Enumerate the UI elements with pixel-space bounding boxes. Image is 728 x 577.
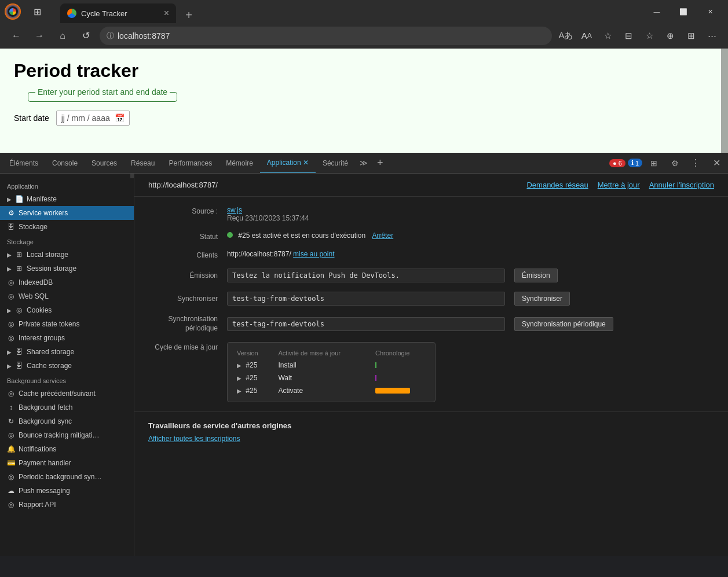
stop-link[interactable]: Arrêter [372,231,393,240]
sidebar-item-stockage[interactable]: 🗄 Stockage [0,220,134,234]
sidebar-item-shared-storage[interactable]: ▶ 🗄 Shared storage [0,345,134,359]
tab-application[interactable]: Application ✕ [260,153,316,174]
maximize-button[interactable]: ⬜ [670,0,697,23]
sidebar-item-bg-sync[interactable]: ↻ Background sync [0,414,134,428]
status-dot [227,232,233,238]
tab-close-button[interactable]: × [164,9,169,18]
sidebar-item-session-storage[interactable]: ▶ ⊞ Session storage [0,262,134,275]
refresh-button[interactable]: ↺ [76,27,95,45]
page-scrollbar[interactable] [721,49,728,153]
favorites-icon[interactable]: ☆ [640,27,659,45]
update-link[interactable]: Mettre à jour [598,181,640,189]
minimize-button[interactable]: — [643,0,670,23]
devtools-close-icon[interactable]: ✕ [707,154,726,172]
box-icon: 🗄 [7,223,15,231]
main-panel: http://localhost:8787/ Demandes réseau M… [134,174,728,556]
tab-reseau[interactable]: Réseau [124,153,162,174]
periodic-sync-button[interactable]: Synchronisation périodique [514,317,613,331]
sidebar-item-interest-groups[interactable]: ◎ Interest groups [0,331,134,345]
expand-wait[interactable]: ▶ [237,375,242,381]
tab-performances[interactable]: Performances [162,153,219,174]
cloud-icon: ☁ [7,487,15,495]
sync-input[interactable] [227,292,505,306]
th-activity: Activité de mise à jour [273,347,371,359]
source-label: Source : [148,206,218,215]
menu-button[interactable]: ⋯ [703,27,721,45]
emission-button[interactable]: Émission [514,269,558,282]
sidebar-item-manifeste[interactable]: ▶ 📄 Manifeste [0,192,134,206]
extensions-menu-icon[interactable]: ⊞ [682,27,700,45]
clients-row: Clients http://localhost:8787/ mise au p… [134,245,728,264]
tab-memoire[interactable]: Mémoire [219,153,260,174]
source-value: sw.js Reçu 23/10/2023 15:37:44 [227,206,714,222]
star-icon[interactable]: ☆ [598,27,617,45]
tab-elements[interactable]: Éléments [2,153,45,174]
notifications-label: Notifications [19,445,56,453]
sidebar-item-cache-prev[interactable]: ◎ Cache précédent/suivant [0,387,134,400]
sidebar-item-cookies[interactable]: ▶ ◎ Cookies [0,303,134,317]
extensions-icon[interactable]: ⊞ [28,2,46,21]
emission-input[interactable] [227,269,505,282]
push-label: Push messaging [19,487,70,495]
collections-icon[interactable]: ⊕ [661,27,679,45]
show-all-link[interactable]: Afficher toutes les inscriptions [148,435,714,443]
devtools-more-icon[interactable]: ⋮ [686,154,705,172]
section-stockage-title: Stockage [0,234,134,248]
sidebar-item-private-state[interactable]: ◎ Private state tokens [0,317,134,331]
sw-content: Source : sw.js Reçu 23/10/2023 15:37:44 … [134,197,728,411]
sidebar-item-rapport[interactable]: ◎ Rapport API [0,498,134,512]
sidebar-item-cache-storage[interactable]: ▶ 🗄 Cache storage [0,359,134,373]
table-row: ▶ #25 Wait [232,372,430,384]
devtools-network-icon[interactable]: ⊞ [645,154,663,172]
add-tab-button[interactable]: + [372,157,388,169]
sidebar-item-bg-fetch[interactable]: ↕ Background fetch [0,400,134,414]
date-input[interactable]: jj / mm / aaaa 📅 [56,111,130,126]
expand-arrow-manifeste: ▶ [7,196,12,203]
expand-activate[interactable]: ▶ [237,388,242,394]
sidebar-item-websql[interactable]: ◎ Web SQL [0,289,134,303]
split-view-icon[interactable]: ⊟ [619,27,638,45]
tab-sources[interactable]: Sources [85,153,124,174]
devtools-settings-icon[interactable]: ⚙ [665,154,684,172]
active-tab[interactable]: Cycle Tracker × [60,3,176,23]
periodic-sync-input[interactable] [227,317,505,331]
sidebar-item-periodic-bg[interactable]: ◎ Periodic background syn… [0,470,134,484]
sidebar-item-service-workers[interactable]: ⚙ Service workers [0,206,134,220]
forward-button[interactable]: → [30,27,49,45]
sidebar-item-indexeddb[interactable]: ◎ IndexedDB [0,275,134,289]
private-state-label: Private state tokens [19,320,79,328]
home-button[interactable]: ⌂ [53,27,72,45]
box-icon-shared: 🗄 [15,348,23,356]
emission-label: Émission [148,271,218,280]
other-origins-section: Travailleurs de service d'autres origine… [134,411,728,452]
sidebar-item-notifications[interactable]: 🔔 Notifications [0,442,134,456]
tab-securite[interactable]: Sécurité [316,153,355,174]
local-storage-label: Local storage [27,251,68,259]
expand-install[interactable]: ▶ [237,362,242,369]
sync-button[interactable]: Synchroniser [514,292,570,306]
new-tab-button[interactable]: + [181,7,197,23]
sidebar-item-payment[interactable]: 💳 Payment handler [0,456,134,470]
error-badge: ● 6 [609,159,625,167]
sidebar-item-local-storage[interactable]: ▶ ⊞ Local storage [0,248,134,262]
bg-sync-label: Background sync [19,417,72,425]
network-requests-link[interactable]: Demandes réseau [526,181,588,189]
sidebar-item-push[interactable]: ☁ Push messaging [0,484,134,498]
sidebar-item-bounce[interactable]: ◎ Bounce tracking mitigati… [0,428,134,442]
bounce-label: Bounce tracking mitigati… [19,431,99,439]
close-button[interactable]: ✕ [697,0,723,23]
start-date-label: Start date [14,113,49,123]
cache-storage-label: Cache storage [27,362,72,370]
calendar-icon[interactable]: 📅 [115,113,125,123]
tab-console[interactable]: Console [45,153,85,174]
th-timeline: Chronologie [371,347,430,359]
address-bar[interactable]: ⓘ localhost:8787 [100,27,552,45]
back-button[interactable]: ← [7,27,25,45]
clients-debug-link[interactable]: mise au point [293,250,334,258]
more-tabs-button[interactable]: ≫ [355,159,372,167]
unregister-link[interactable]: Annuler l'inscription [649,181,714,189]
translate-icon[interactable]: Aあ [557,27,575,45]
card-icon: 💳 [7,459,15,467]
source-file-link[interactable]: sw.js [227,206,242,214]
font-icon[interactable]: AA [577,27,596,45]
